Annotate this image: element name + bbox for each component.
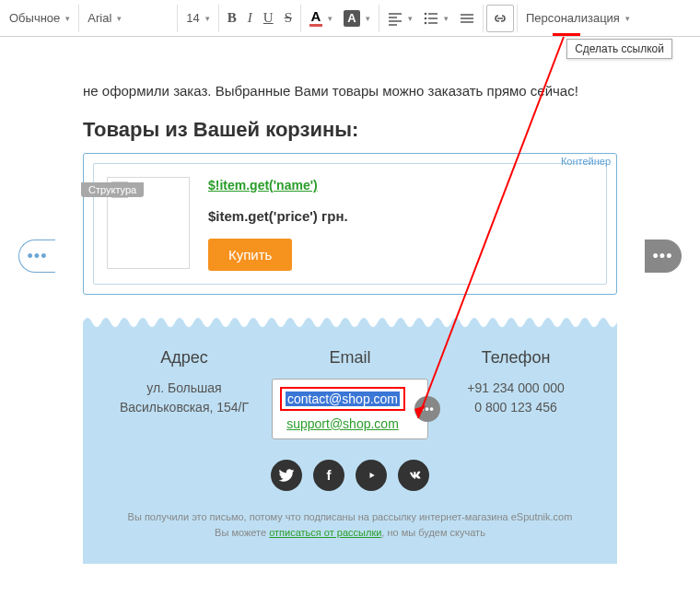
- buy-button[interactable]: Купить: [208, 239, 292, 271]
- facebook-icon[interactable]: f: [313, 460, 344, 491]
- support-email-link[interactable]: support@shop.com: [280, 416, 405, 431]
- email-body-text[interactable]: не оформили заказ. Выбранные Вами товары…: [83, 37, 617, 101]
- contact-email-selected[interactable]: contact@shop.com: [286, 391, 400, 406]
- social-row: f: [101, 460, 599, 491]
- bold-button[interactable]: B: [222, 5, 242, 32]
- font-dropdown[interactable]: Arial: [82, 5, 174, 32]
- structure-badge: Структура: [81, 182, 144, 197]
- email-footer: Адрес ул. Большая Васильковская, 154/Г E…: [83, 330, 617, 564]
- annotation-red-box: contact@shop.com: [280, 387, 405, 411]
- footnote-line1: Вы получили это письмо, потому что подпи…: [101, 509, 599, 526]
- footnote-prefix: Вы можете: [215, 527, 269, 538]
- email-heading: Email: [267, 348, 433, 368]
- more-options-button[interactable]: •••: [414, 396, 440, 422]
- twitter-icon[interactable]: [271, 460, 302, 491]
- email-edit-box[interactable]: contact@shop.com support@shop.com •••: [272, 379, 428, 439]
- cart-heading[interactable]: Товары из Вашей корзины:: [83, 118, 617, 142]
- container-badge: Контейнер: [561, 156, 611, 167]
- style-dropdown[interactable]: Обычное: [4, 5, 76, 32]
- link-tooltip: Сделать ссылкой: [566, 39, 672, 59]
- footer-phone-column: Телефон +91 234 000 000 0 800 123 456: [433, 348, 599, 439]
- footnote-suffix: , но мы будем скучать: [381, 527, 485, 538]
- svg-point-1: [425, 17, 427, 19]
- annotation-underline: [553, 33, 580, 36]
- footnote: Вы получили это письмо, потому что подпи…: [101, 509, 599, 542]
- bg-color-button[interactable]: A: [338, 5, 376, 32]
- link-button[interactable]: [486, 5, 514, 32]
- personalization-dropdown[interactable]: Персонализация: [520, 5, 636, 32]
- address-text: ул. Большая Васильковская, 154/Г: [101, 379, 267, 417]
- size-dropdown[interactable]: 14: [181, 5, 215, 32]
- phone-2: 0 800 123 456: [433, 398, 599, 417]
- phone-1: +91 234 000 000: [433, 379, 599, 398]
- svg-point-0: [425, 12, 427, 15]
- unsubscribe-link[interactable]: отписаться от рассылки: [269, 527, 381, 538]
- italic-button[interactable]: I: [242, 5, 258, 32]
- svg-point-2: [425, 21, 427, 24]
- footer-email-column: Email contact@shop.com support@shop.com …: [267, 348, 433, 439]
- underline-button[interactable]: U: [258, 5, 279, 32]
- footer-address-column: Адрес ул. Большая Васильковская, 154/Г: [101, 348, 267, 439]
- line-height-button[interactable]: [454, 5, 480, 32]
- vk-icon[interactable]: [398, 460, 429, 491]
- product-price[interactable]: $item.get('price') грн.: [208, 208, 593, 224]
- list-button[interactable]: [418, 5, 454, 32]
- youtube-icon[interactable]: [356, 460, 387, 491]
- rich-text-toolbar: Обычное Arial 14 B I U S A A Персонализа…: [0, 0, 700, 37]
- strike-button[interactable]: S: [279, 5, 298, 32]
- align-button[interactable]: [382, 5, 418, 32]
- product-name-link[interactable]: $!item.get('name'): [208, 178, 318, 193]
- product-container[interactable]: $!item.get('name') $item.get('price') гр…: [93, 163, 607, 285]
- footer-zigzag: [83, 313, 617, 330]
- address-heading: Адрес: [101, 348, 267, 368]
- phone-heading: Телефон: [433, 348, 599, 368]
- text-color-button[interactable]: A: [304, 5, 338, 32]
- product-structure[interactable]: Контейнер $!item.get('name') $item.get('…: [83, 153, 617, 295]
